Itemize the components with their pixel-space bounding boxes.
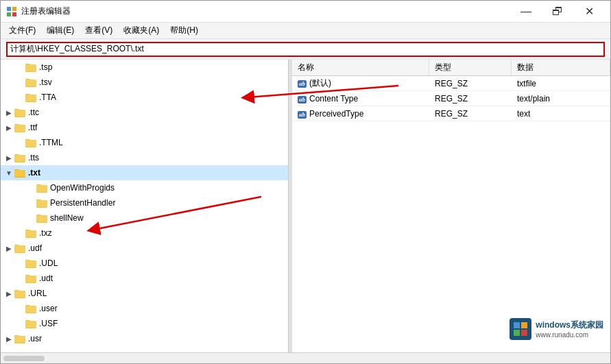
table-row[interactable]: abContent Type REG_SZ text/plain <box>292 91 610 106</box>
svg-rect-15 <box>14 110 25 117</box>
folder-icon-tta <box>25 93 36 102</box>
tree-item-ttf[interactable]: ▶ .ttf <box>1 120 288 135</box>
folder-icon-ttf <box>14 123 25 132</box>
tree-label-tts: .tts <box>28 153 39 162</box>
tree-label-txz: .txz <box>39 228 52 238</box>
watermark-icon <box>510 318 531 340</box>
tree-item-udl[interactable]: .UDL <box>1 256 288 271</box>
cell-data-contenttype: text/plain <box>512 93 610 105</box>
folder-icon-user <box>25 304 36 313</box>
tree-label-persistenthandler: PersistentHandler <box>50 198 115 208</box>
tree-item-udt[interactable]: .udt <box>1 271 288 286</box>
expander-txt[interactable]: ▼ <box>3 167 14 178</box>
folder-icon-url <box>14 289 25 298</box>
tree-item-tts[interactable]: ▶ .tts <box>1 150 288 165</box>
folder-icon-txz <box>25 228 36 238</box>
minimize-button[interactable]: — <box>510 1 542 23</box>
watermark-line1: windows系统家园 <box>536 319 603 331</box>
cell-data-default: txtfile <box>512 77 610 90</box>
tree-item-shellnew[interactable]: shellNew <box>1 210 288 226</box>
horizontal-scrollbar[interactable] <box>1 352 610 363</box>
expander-ttml <box>14 137 25 148</box>
svg-rect-39 <box>25 230 36 237</box>
folder-icon-udl <box>25 258 36 268</box>
right-pane: 名称 类型 数据 ab(默认) REG_SZ txtfile abContent… <box>292 60 610 352</box>
tree-label-tsv: .tsv <box>39 77 52 87</box>
svg-rect-6 <box>25 64 36 71</box>
menu-favorites[interactable]: 收藏夹(A) <box>118 23 165 38</box>
expander-ttf[interactable]: ▶ <box>3 122 14 133</box>
restore-button[interactable]: 🗗 <box>542 1 573 23</box>
address-bar <box>1 39 610 60</box>
svg-rect-21 <box>25 140 36 147</box>
tree-item-url[interactable]: ▶ .URL <box>1 286 288 301</box>
svg-rect-54 <box>25 306 36 313</box>
window-title: 注册表编辑器 <box>21 5 510 17</box>
svg-rect-65 <box>514 322 520 328</box>
tree-item-tsv[interactable]: .tsv <box>1 75 288 90</box>
menu-file[interactable]: 文件(F) <box>3 23 41 38</box>
folder-icon-tts <box>14 153 25 162</box>
ab-icon: ab <box>298 111 307 119</box>
expander-usr[interactable]: ▶ <box>3 333 14 344</box>
tree-item-user[interactable]: .user <box>1 301 288 316</box>
table-row[interactable]: abPerceivedType REG_SZ text <box>292 106 610 121</box>
cell-type-contenttype: REG_SZ <box>429 93 512 105</box>
folder-icon-tsp <box>25 62 36 72</box>
svg-rect-0 <box>7 7 11 11</box>
expander-shellnew <box>25 213 36 223</box>
tree-item-usr[interactable]: ▶ .usr <box>1 331 288 346</box>
expander-openwithprogids <box>25 182 36 193</box>
folder-icon-ttml <box>25 138 36 147</box>
tree-label-udt: .udt <box>39 274 53 283</box>
watermark-text: windows系统家园 www.runadu.com <box>536 319 603 339</box>
expander-tsp <box>14 62 25 73</box>
table-row[interactable]: ab(默认) REG_SZ txtfile <box>292 76 610 91</box>
tree-pane: .tsp .tsv .TTA ▶ <box>1 60 289 352</box>
tree-label-openwithprogids: OpenWithProgids <box>50 183 115 193</box>
menu-help[interactable]: 帮助(H) <box>165 23 204 38</box>
close-button[interactable]: ✕ <box>573 1 605 23</box>
address-input[interactable] <box>6 42 605 57</box>
svg-rect-57 <box>25 321 36 328</box>
tree-item-tta[interactable]: .TTA <box>1 90 288 105</box>
tree-label-usr: .usr <box>28 334 42 343</box>
tree-item-udf[interactable]: ▶ .udf <box>1 241 288 256</box>
folder-icon-openwithprogids <box>36 183 47 193</box>
tree-item-persistenthandler[interactable]: PersistentHandler <box>1 195 288 210</box>
menu-view[interactable]: 查看(V) <box>80 23 118 38</box>
tree-item-tsp[interactable]: .tsp <box>1 60 288 75</box>
expander-tta <box>14 92 25 103</box>
tree-item-openwithprogids[interactable]: OpenWithProgids <box>1 180 288 195</box>
menu-edit[interactable]: 编辑(E) <box>41 23 80 38</box>
cell-name-default: ab(默认) <box>292 76 429 90</box>
tree-item-ttml[interactable]: .TTML <box>1 135 288 150</box>
expander-user <box>14 303 25 314</box>
tree-item-usf[interactable]: .USF <box>1 316 288 331</box>
svg-rect-33 <box>36 200 47 207</box>
svg-rect-12 <box>25 95 36 101</box>
folder-icon-txt <box>14 168 25 178</box>
tree-item-txt[interactable]: ▼ .txt <box>1 165 288 180</box>
svg-rect-67 <box>514 330 520 336</box>
expander-udf[interactable]: ▶ <box>3 243 14 254</box>
expander-url[interactable]: ▶ <box>3 288 14 299</box>
svg-rect-42 <box>14 245 25 252</box>
cell-type-perceivedtype: REG_SZ <box>429 108 512 120</box>
tree-item-ttc[interactable]: ▶ .ttc <box>1 105 288 120</box>
expander-tts[interactable]: ▶ <box>3 152 14 163</box>
tree-item-txz[interactable]: .txz <box>1 226 288 241</box>
tree-label-tsp: .tsp <box>39 62 52 72</box>
cell-type-default: REG_SZ <box>429 77 512 90</box>
tree-label-ttc: .ttc <box>28 108 39 117</box>
svg-rect-51 <box>14 291 25 298</box>
col-header-type: 类型 <box>429 60 512 75</box>
col-header-name: 名称 <box>292 60 429 75</box>
scroll-thumb[interactable] <box>3 356 45 361</box>
svg-rect-66 <box>521 322 527 328</box>
col-header-data: 数据 <box>512 60 610 75</box>
tree-label-shellnew: shellNew <box>50 213 84 223</box>
expander-ttc[interactable]: ▶ <box>3 107 14 118</box>
cell-data-perceivedtype: text <box>512 108 610 120</box>
ab-icon: ab <box>298 80 307 88</box>
